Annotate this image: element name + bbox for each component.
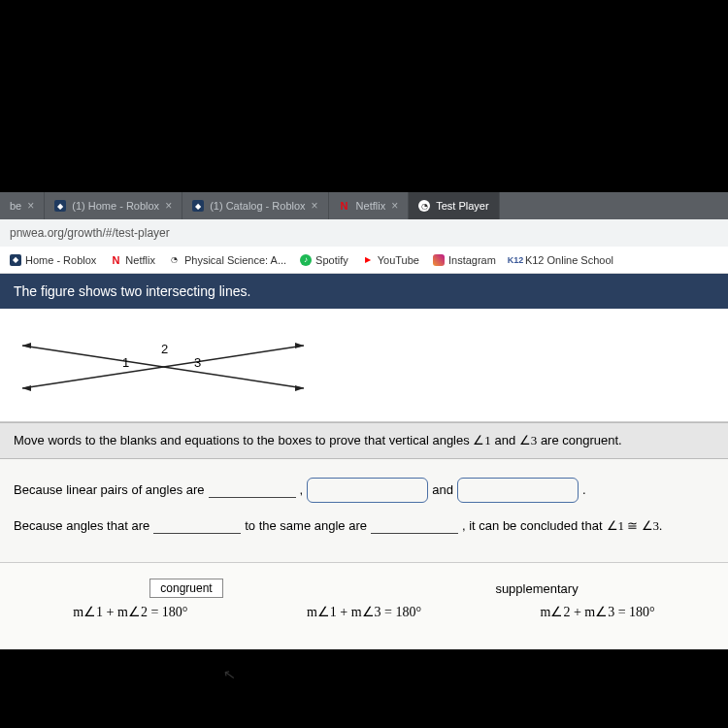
bookmarks-bar: ◆Home - Roblox NNetflix ◔Physical Scienc… [0,247,728,274]
and-text: and [432,475,453,505]
tab-catalog-roblox[interactable]: ◆(1) Catalog - Roblox× [182,192,328,219]
netflix-icon: N [110,254,121,266]
spotify-icon: ♪ [300,254,312,266]
bookmark-home-roblox[interactable]: ◆Home - Roblox [10,254,96,266]
proof-area: Because linear pairs of angles are , and… [0,459,728,562]
question-banner: The figure shows two intersecting lines. [0,274,728,309]
blank-2[interactable] [153,518,241,534]
choice-congruent[interactable]: congruent [149,579,222,598]
roblox-icon: ◆ [54,200,66,212]
bookmark-physical-science[interactable]: ◔Physical Science: A... [169,254,286,266]
proof-line2c: , it can be concluded that [462,511,603,541]
close-icon[interactable]: × [312,199,318,213]
choice-eq2[interactable]: m∠1 + m∠3 = 180° [307,604,421,620]
instagram-icon [433,254,445,266]
roblox-icon: ◆ [10,254,21,266]
intersecting-lines-figure: 1 2 3 [0,309,728,422]
conclusion: ∠1 ≅ ∠3. [607,511,663,541]
svg-marker-4 [22,385,31,391]
angle-1-label: 1 [122,355,129,370]
address-bar[interactable]: pnwea.org/growth/#/test-player [0,219,728,247]
tab-partial[interactable]: be× [0,192,45,219]
bookmark-spotify[interactable]: ♪Spotify [300,254,348,266]
blank-3[interactable] [371,518,458,534]
angle-3-label: 3 [194,355,201,370]
svg-marker-2 [22,343,31,348]
browser-tab-strip: be× ◆(1) Home - Roblox× ◆(1) Catalog - R… [0,192,728,219]
youtube-icon: ▶ [362,254,374,266]
url-text: pnwea.org/growth/#/test-player [10,226,170,240]
mouse-cursor-icon: ↖ [222,665,238,684]
netflix-icon: N [339,200,350,212]
bookmark-instagram[interactable]: Instagram [433,254,496,266]
choice-eq1[interactable]: m∠1 + m∠2 = 180° [73,604,187,620]
close-icon[interactable]: × [27,199,34,213]
proof-line2b: to the same angle are [245,511,367,541]
instruction-text: Move words to the blanks and equations t… [0,422,728,459]
answer-choices: congruent supplementary m∠1 + m∠2 = 180°… [0,562,728,649]
nwea-icon: ◔ [418,200,430,212]
svg-marker-5 [295,343,304,348]
choice-supplementary[interactable]: supplementary [495,581,578,596]
choice-eq3[interactable]: m∠2 + m∠3 = 180° [541,604,655,620]
nwea-icon: ◔ [169,254,181,266]
proof-line1-text: Because linear pairs of angles are [14,475,205,505]
equation-box-2[interactable] [457,478,579,503]
proof-line2a: Because angles that are [14,511,149,541]
bookmark-k12[interactable]: K12K12 Online School [510,254,613,266]
blank-1[interactable] [209,482,296,498]
close-icon[interactable]: × [165,199,172,213]
roblox-icon: ◆ [192,200,204,212]
bookmark-youtube[interactable]: ▶YouTube [362,254,419,266]
close-icon[interactable]: × [391,199,398,213]
figure-svg: 1 2 3 [17,318,309,406]
equation-box-1[interactable] [307,478,428,503]
angle-2-label: 2 [161,342,168,356]
bookmark-netflix[interactable]: NNetflix [110,254,155,266]
svg-marker-3 [295,385,304,391]
tab-test-player[interactable]: ◔Test Player [409,192,499,219]
tab-home-roblox[interactable]: ◆(1) Home - Roblox× [45,192,182,219]
k12-icon: K12 [510,254,521,266]
tab-netflix[interactable]: NNetflix× [329,192,410,219]
